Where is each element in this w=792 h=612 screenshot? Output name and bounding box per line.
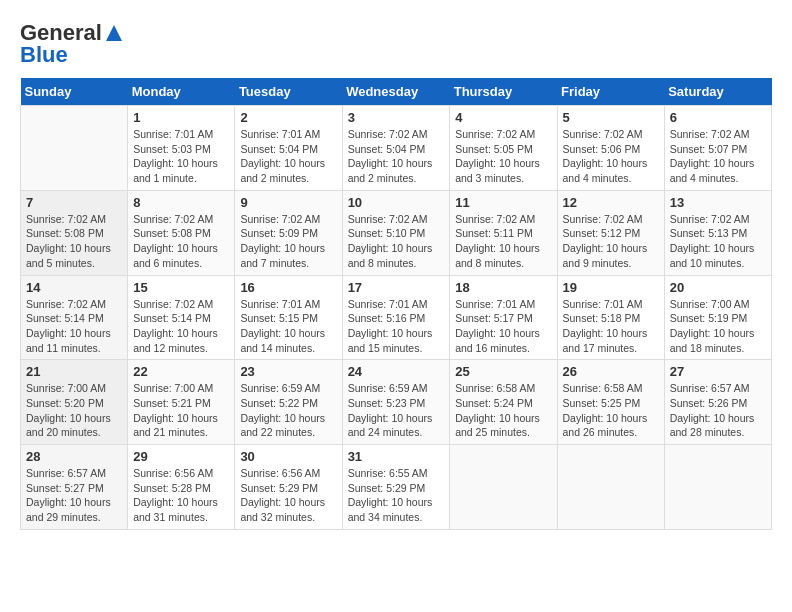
calendar-cell: 16Sunrise: 7:01 AMSunset: 5:15 PMDayligh… bbox=[235, 275, 342, 360]
day-info: Sunrise: 7:02 AMSunset: 5:10 PMDaylight:… bbox=[348, 212, 445, 271]
day-info: Sunrise: 6:58 AMSunset: 5:24 PMDaylight:… bbox=[455, 381, 551, 440]
calendar-cell: 30Sunrise: 6:56 AMSunset: 5:29 PMDayligh… bbox=[235, 445, 342, 530]
day-info: Sunrise: 7:02 AMSunset: 5:12 PMDaylight:… bbox=[563, 212, 659, 271]
calendar-cell: 20Sunrise: 7:00 AMSunset: 5:19 PMDayligh… bbox=[664, 275, 771, 360]
day-info: Sunrise: 7:02 AMSunset: 5:13 PMDaylight:… bbox=[670, 212, 766, 271]
calendar-cell bbox=[21, 106, 128, 191]
day-number: 23 bbox=[240, 364, 336, 379]
day-number: 15 bbox=[133, 280, 229, 295]
day-info: Sunrise: 7:00 AMSunset: 5:21 PMDaylight:… bbox=[133, 381, 229, 440]
calendar-cell bbox=[450, 445, 557, 530]
week-row-5: 28Sunrise: 6:57 AMSunset: 5:27 PMDayligh… bbox=[21, 445, 772, 530]
calendar-cell: 8Sunrise: 7:02 AMSunset: 5:08 PMDaylight… bbox=[128, 190, 235, 275]
day-info: Sunrise: 7:02 AMSunset: 5:09 PMDaylight:… bbox=[240, 212, 336, 271]
day-info: Sunrise: 6:56 AMSunset: 5:29 PMDaylight:… bbox=[240, 466, 336, 525]
logo-blue-text: Blue bbox=[20, 42, 68, 68]
day-number: 5 bbox=[563, 110, 659, 125]
day-number: 18 bbox=[455, 280, 551, 295]
day-number: 17 bbox=[348, 280, 445, 295]
calendar-cell: 23Sunrise: 6:59 AMSunset: 5:22 PMDayligh… bbox=[235, 360, 342, 445]
header-day-saturday: Saturday bbox=[664, 78, 771, 106]
day-number: 29 bbox=[133, 449, 229, 464]
calendar-cell bbox=[664, 445, 771, 530]
calendar-cell: 2Sunrise: 7:01 AMSunset: 5:04 PMDaylight… bbox=[235, 106, 342, 191]
day-info: Sunrise: 6:55 AMSunset: 5:29 PMDaylight:… bbox=[348, 466, 445, 525]
calendar-cell: 9Sunrise: 7:02 AMSunset: 5:09 PMDaylight… bbox=[235, 190, 342, 275]
calendar-cell: 28Sunrise: 6:57 AMSunset: 5:27 PMDayligh… bbox=[21, 445, 128, 530]
day-info: Sunrise: 7:00 AMSunset: 5:20 PMDaylight:… bbox=[26, 381, 122, 440]
logo-icon bbox=[104, 23, 124, 43]
calendar-cell: 3Sunrise: 7:02 AMSunset: 5:04 PMDaylight… bbox=[342, 106, 450, 191]
calendar-cell: 7Sunrise: 7:02 AMSunset: 5:08 PMDaylight… bbox=[21, 190, 128, 275]
calendar-cell: 15Sunrise: 7:02 AMSunset: 5:14 PMDayligh… bbox=[128, 275, 235, 360]
day-info: Sunrise: 7:02 AMSunset: 5:14 PMDaylight:… bbox=[26, 297, 122, 356]
calendar-cell: 25Sunrise: 6:58 AMSunset: 5:24 PMDayligh… bbox=[450, 360, 557, 445]
day-number: 8 bbox=[133, 195, 229, 210]
day-info: Sunrise: 6:59 AMSunset: 5:22 PMDaylight:… bbox=[240, 381, 336, 440]
header-day-friday: Friday bbox=[557, 78, 664, 106]
calendar-cell: 10Sunrise: 7:02 AMSunset: 5:10 PMDayligh… bbox=[342, 190, 450, 275]
day-info: Sunrise: 7:02 AMSunset: 5:05 PMDaylight:… bbox=[455, 127, 551, 186]
calendar-cell: 27Sunrise: 6:57 AMSunset: 5:26 PMDayligh… bbox=[664, 360, 771, 445]
calendar-cell: 1Sunrise: 7:01 AMSunset: 5:03 PMDaylight… bbox=[128, 106, 235, 191]
calendar-cell: 18Sunrise: 7:01 AMSunset: 5:17 PMDayligh… bbox=[450, 275, 557, 360]
day-info: Sunrise: 7:01 AMSunset: 5:17 PMDaylight:… bbox=[455, 297, 551, 356]
calendar-table: SundayMondayTuesdayWednesdayThursdayFrid… bbox=[20, 78, 772, 530]
day-info: Sunrise: 7:02 AMSunset: 5:08 PMDaylight:… bbox=[133, 212, 229, 271]
calendar-cell: 22Sunrise: 7:00 AMSunset: 5:21 PMDayligh… bbox=[128, 360, 235, 445]
calendar-cell: 14Sunrise: 7:02 AMSunset: 5:14 PMDayligh… bbox=[21, 275, 128, 360]
day-number: 25 bbox=[455, 364, 551, 379]
day-number: 4 bbox=[455, 110, 551, 125]
calendar-cell: 29Sunrise: 6:56 AMSunset: 5:28 PMDayligh… bbox=[128, 445, 235, 530]
calendar-cell: 17Sunrise: 7:01 AMSunset: 5:16 PMDayligh… bbox=[342, 275, 450, 360]
day-info: Sunrise: 6:59 AMSunset: 5:23 PMDaylight:… bbox=[348, 381, 445, 440]
day-number: 6 bbox=[670, 110, 766, 125]
day-info: Sunrise: 7:01 AMSunset: 5:04 PMDaylight:… bbox=[240, 127, 336, 186]
day-info: Sunrise: 7:02 AMSunset: 5:04 PMDaylight:… bbox=[348, 127, 445, 186]
day-info: Sunrise: 6:57 AMSunset: 5:26 PMDaylight:… bbox=[670, 381, 766, 440]
day-number: 16 bbox=[240, 280, 336, 295]
header-day-thursday: Thursday bbox=[450, 78, 557, 106]
day-info: Sunrise: 7:01 AMSunset: 5:18 PMDaylight:… bbox=[563, 297, 659, 356]
day-number: 1 bbox=[133, 110, 229, 125]
day-number: 7 bbox=[26, 195, 122, 210]
day-number: 12 bbox=[563, 195, 659, 210]
header-row: SundayMondayTuesdayWednesdayThursdayFrid… bbox=[21, 78, 772, 106]
day-number: 28 bbox=[26, 449, 122, 464]
calendar-cell bbox=[557, 445, 664, 530]
calendar-cell: 26Sunrise: 6:58 AMSunset: 5:25 PMDayligh… bbox=[557, 360, 664, 445]
day-number: 24 bbox=[348, 364, 445, 379]
day-info: Sunrise: 7:01 AMSunset: 5:16 PMDaylight:… bbox=[348, 297, 445, 356]
day-number: 30 bbox=[240, 449, 336, 464]
day-info: Sunrise: 7:01 AMSunset: 5:15 PMDaylight:… bbox=[240, 297, 336, 356]
page-header: General Blue bbox=[20, 20, 772, 68]
day-number: 20 bbox=[670, 280, 766, 295]
calendar-cell: 21Sunrise: 7:00 AMSunset: 5:20 PMDayligh… bbox=[21, 360, 128, 445]
day-info: Sunrise: 7:01 AMSunset: 5:03 PMDaylight:… bbox=[133, 127, 229, 186]
day-info: Sunrise: 7:02 AMSunset: 5:08 PMDaylight:… bbox=[26, 212, 122, 271]
day-number: 11 bbox=[455, 195, 551, 210]
day-number: 2 bbox=[240, 110, 336, 125]
logo: General Blue bbox=[20, 20, 124, 68]
day-number: 22 bbox=[133, 364, 229, 379]
calendar-cell: 19Sunrise: 7:01 AMSunset: 5:18 PMDayligh… bbox=[557, 275, 664, 360]
calendar-cell: 4Sunrise: 7:02 AMSunset: 5:05 PMDaylight… bbox=[450, 106, 557, 191]
day-number: 27 bbox=[670, 364, 766, 379]
week-row-2: 7Sunrise: 7:02 AMSunset: 5:08 PMDaylight… bbox=[21, 190, 772, 275]
calendar-cell: 6Sunrise: 7:02 AMSunset: 5:07 PMDaylight… bbox=[664, 106, 771, 191]
header-day-sunday: Sunday bbox=[21, 78, 128, 106]
header-day-wednesday: Wednesday bbox=[342, 78, 450, 106]
calendar-cell: 5Sunrise: 7:02 AMSunset: 5:06 PMDaylight… bbox=[557, 106, 664, 191]
day-info: Sunrise: 6:57 AMSunset: 5:27 PMDaylight:… bbox=[26, 466, 122, 525]
calendar-cell: 11Sunrise: 7:02 AMSunset: 5:11 PMDayligh… bbox=[450, 190, 557, 275]
day-info: Sunrise: 7:00 AMSunset: 5:19 PMDaylight:… bbox=[670, 297, 766, 356]
svg-marker-0 bbox=[106, 25, 122, 41]
day-number: 19 bbox=[563, 280, 659, 295]
calendar-cell: 12Sunrise: 7:02 AMSunset: 5:12 PMDayligh… bbox=[557, 190, 664, 275]
week-row-1: 1Sunrise: 7:01 AMSunset: 5:03 PMDaylight… bbox=[21, 106, 772, 191]
day-number: 26 bbox=[563, 364, 659, 379]
day-number: 13 bbox=[670, 195, 766, 210]
day-number: 14 bbox=[26, 280, 122, 295]
day-info: Sunrise: 6:56 AMSunset: 5:28 PMDaylight:… bbox=[133, 466, 229, 525]
day-number: 10 bbox=[348, 195, 445, 210]
